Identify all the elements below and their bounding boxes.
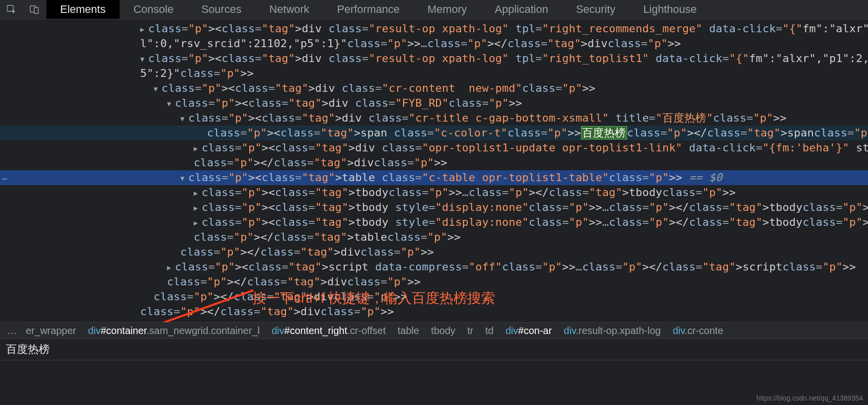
devtools-toolbar: Elements Console Sources Network Perform…: [0, 0, 868, 19]
tab-lighthouse[interactable]: Lighthouse: [629, 0, 711, 19]
tab-elements[interactable]: Elements: [46, 0, 120, 19]
tab-application[interactable]: Application: [481, 0, 562, 19]
tab-console[interactable]: Console: [120, 0, 188, 19]
dom-node[interactable]: class="p"></class="tag">tableclass="p">>: [0, 230, 868, 245]
dom-node[interactable]: class="p"></class="tag">divclass="p">>: [0, 245, 868, 260]
overflow-dots: …: [2, 171, 8, 182]
crumb[interactable]: div.cr-conte: [667, 325, 729, 337]
inspect-icon[interactable]: [0, 0, 23, 19]
crumb[interactable]: div#container.sam_newgrid.container_l: [82, 325, 266, 337]
dom-node[interactable]: class="p"></class="tag">divclass="p">>: [0, 319, 868, 322]
search-input[interactable]: [5, 342, 863, 356]
dom-node[interactable]: class="p"><class="tag">div class="cr-con…: [0, 81, 868, 96]
crumb[interactable]: div#content_right.cr-offset: [266, 325, 392, 337]
dom-node[interactable]: class="p"><class="tag">tbody style="disp…: [0, 200, 868, 215]
dom-node[interactable]: class="p"><class="tag">div class="result…: [0, 51, 868, 66]
crumb[interactable]: er_wrapper: [20, 325, 82, 337]
dom-node[interactable]: class="p"><class="tag">tbody style="disp…: [0, 215, 868, 230]
dom-node[interactable]: l":0,"rsv_srcid":21102,"p5":1}"class="p"…: [0, 36, 868, 51]
tab-network[interactable]: Network: [255, 0, 323, 19]
tab-memory[interactable]: Memory: [414, 0, 481, 19]
dom-node[interactable]: class="p"><class="tag">span class="c-col…: [0, 126, 868, 140]
tab-sources[interactable]: Sources: [187, 0, 255, 19]
crumb[interactable]: div.result-op.xpath-log: [558, 325, 666, 337]
crumb-overflow[interactable]: …: [4, 325, 20, 337]
svg-rect-2: [34, 7, 38, 13]
crumb[interactable]: tr: [461, 325, 479, 337]
elements-tree[interactable]: … class="p"><class="tag">div class="resu…: [0, 19, 868, 322]
tab-security[interactable]: Security: [562, 0, 629, 19]
dom-node-selected[interactable]: class="p"><class="tag">table class="c-ta…: [0, 170, 868, 185]
dom-node[interactable]: class="p"></class="tag">divclass="p">>: [0, 304, 868, 319]
crumb[interactable]: div#con-ar: [500, 325, 558, 337]
crumb[interactable]: td: [479, 325, 500, 337]
dom-node[interactable]: class="p"></class="tag">divclass="p">>: [0, 274, 868, 289]
dom-node[interactable]: class="p"><class="tag">div class="FYB_RD…: [0, 96, 868, 111]
watermark: https://blog.csdn.net/qq_41389354: [756, 394, 863, 402]
dom-node[interactable]: class="p"><class="tag">div class="opr-to…: [0, 140, 868, 155]
dom-node[interactable]: class="p"><class="tag">script data-compr…: [0, 260, 868, 274]
crumb[interactable]: tbody: [425, 325, 461, 337]
dom-node[interactable]: 5":2}"class="p">>: [0, 66, 868, 81]
dom-node[interactable]: class="p"><class="tag">div class="result…: [0, 21, 868, 36]
dom-node[interactable]: class="p"></class="tag">divclass="p">>: [0, 289, 868, 304]
dom-breadcrumbs[interactable]: … er_wrapper div#container.sam_newgrid.c…: [0, 322, 868, 338]
tab-performance[interactable]: Performance: [323, 0, 414, 19]
crumb[interactable]: table: [392, 325, 425, 337]
search-bar: [0, 338, 868, 360]
dom-node[interactable]: class="p"><class="tag">div class="cr-tit…: [0, 111, 868, 126]
dom-node[interactable]: class="p"></class="tag">divclass="p">>: [0, 155, 868, 170]
dom-node[interactable]: class="p"><class="tag">tbodyclass="p">>……: [0, 185, 868, 200]
device-icon[interactable]: [23, 0, 46, 19]
